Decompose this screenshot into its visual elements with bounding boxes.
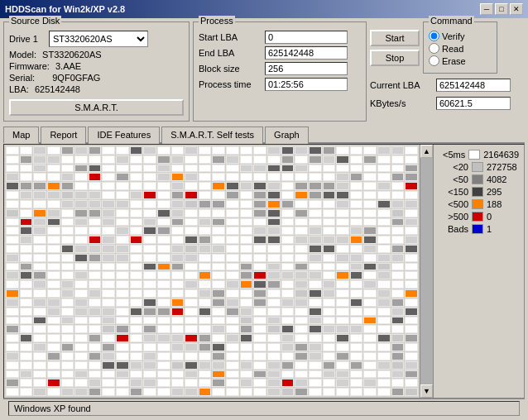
stop-button[interactable]: Stop <box>370 50 420 66</box>
map-cell <box>116 146 129 155</box>
map-cell <box>281 280 295 289</box>
map-cell <box>253 370 266 379</box>
map-cell <box>350 155 363 164</box>
map-cell <box>295 271 308 279</box>
legend-row: <500188 <box>439 199 519 209</box>
map-cell <box>405 263 418 271</box>
map-cell <box>281 155 295 164</box>
map-cell <box>20 298 33 307</box>
tab-graph[interactable]: Graph <box>265 126 309 144</box>
map-cell <box>6 325 19 333</box>
map-cell <box>33 334 46 342</box>
map-cell <box>33 280 46 289</box>
map-cell <box>157 308 170 316</box>
map-cell <box>6 334 19 342</box>
map-cell <box>157 352 170 360</box>
app-title: HDDScan for Win2k/XP v2.8 <box>5 4 125 14</box>
map-cell <box>130 155 143 164</box>
map-cell <box>102 146 115 155</box>
map-cell <box>47 173 60 181</box>
map-cell <box>116 236 129 244</box>
scrollbar-vertical[interactable]: ▲ ▼ <box>420 145 433 398</box>
map-cell <box>61 325 74 333</box>
map-cell <box>267 361 281 370</box>
map-cell <box>281 146 295 155</box>
map-cell <box>350 209 363 217</box>
map-cell <box>61 379 74 387</box>
map-cell <box>130 289 143 298</box>
legend-color-box <box>468 150 480 160</box>
map-cell <box>199 289 212 298</box>
map-cell <box>116 173 129 181</box>
legend-value: 1 <box>487 224 492 234</box>
map-cell <box>363 271 377 279</box>
map-cell <box>6 352 19 360</box>
map-cell <box>253 245 266 253</box>
drive-select[interactable]: ST3320620AS <box>49 31 148 47</box>
scroll-down-button[interactable]: ▼ <box>420 384 433 398</box>
map-cell <box>226 271 239 279</box>
tab-smart[interactable]: S.M.A.R.T. Self tests <box>161 126 263 144</box>
map-cell <box>130 165 143 173</box>
map-cell <box>33 218 46 227</box>
map-cell <box>212 361 225 370</box>
serial-label: Serial: <box>9 73 35 83</box>
map-cell <box>336 254 349 262</box>
map-cell <box>116 200 129 208</box>
map-cell <box>199 245 212 253</box>
map-cell <box>116 155 129 164</box>
read-radio-row: Read <box>429 43 492 54</box>
map-cell <box>267 165 281 173</box>
map-cell <box>226 146 239 155</box>
smart-button[interactable]: S.M.A.R.T. <box>9 99 184 116</box>
map-cell <box>350 280 363 289</box>
map-cell <box>61 165 74 173</box>
map-cell <box>240 218 253 227</box>
map-cell <box>157 388 170 396</box>
map-cell <box>20 155 33 164</box>
start-button[interactable]: Start <box>370 30 420 46</box>
map-cell <box>102 209 115 217</box>
scroll-track[interactable] <box>420 158 433 384</box>
scroll-up-button[interactable]: ▲ <box>420 145 433 158</box>
map-cell <box>33 165 46 173</box>
maximize-button[interactable]: □ <box>495 3 508 15</box>
erase-radio[interactable] <box>429 55 439 66</box>
process-time-input[interactable] <box>265 78 348 91</box>
start-stop-command: Start Stop Command Verify Read <box>370 21 511 74</box>
minimize-button[interactable]: ─ <box>480 3 493 15</box>
map-cell <box>309 245 322 253</box>
map-cell <box>47 325 60 333</box>
map-cell <box>74 146 88 155</box>
map-cell <box>130 388 143 396</box>
map-cell <box>240 263 253 271</box>
map-cell <box>240 280 253 289</box>
verify-radio[interactable] <box>429 31 439 41</box>
tab-ide[interactable]: IDE Features <box>88 126 160 144</box>
map-cell <box>143 298 156 307</box>
block-size-input[interactable] <box>265 62 348 75</box>
start-lba-input[interactable] <box>265 31 348 44</box>
map-cell <box>377 317 391 325</box>
map-cell <box>226 361 239 370</box>
read-radio[interactable] <box>429 43 439 54</box>
map-cell <box>240 298 253 307</box>
map-cell <box>226 155 239 164</box>
map-cell <box>157 182 170 190</box>
map-cell <box>295 165 308 173</box>
map-cell <box>20 245 33 253</box>
map-cell <box>61 155 74 164</box>
map-cell <box>212 182 225 190</box>
map-cell <box>89 271 102 279</box>
map-cell <box>33 271 46 279</box>
map-cell <box>20 218 33 227</box>
map-cell <box>185 146 198 155</box>
end-lba-input[interactable] <box>265 46 348 60</box>
tab-map[interactable]: Map <box>3 126 39 144</box>
map-cell <box>240 191 253 199</box>
map-cell <box>377 209 391 217</box>
tab-report[interactable]: Report <box>41 126 86 144</box>
close-button[interactable]: ✕ <box>510 3 523 15</box>
map-cell <box>171 334 185 342</box>
map-cell <box>363 191 377 199</box>
